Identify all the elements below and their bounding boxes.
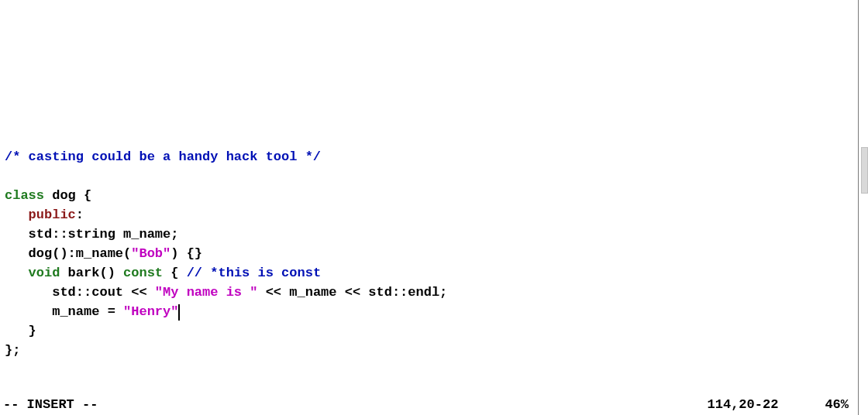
keyword-void: void	[29, 266, 60, 280]
ctor-pre: dog():m_name(	[29, 246, 132, 261]
keyword-const: const	[123, 266, 163, 280]
mode-indicator: -- INSERT --	[3, 397, 98, 412]
comment-line: /* casting could be a handy hack tool */	[5, 149, 321, 164]
string-bob: "Bob"	[131, 246, 170, 261]
class-name: dog {	[44, 188, 91, 203]
text-cursor	[178, 304, 180, 321]
keyword-public: public	[29, 208, 76, 222]
string-henry: "Henry"	[123, 304, 178, 319]
code-area[interactable]: /* casting could be a handy hack tool */…	[0, 128, 858, 360]
cursor-position: 114,20-22	[708, 397, 825, 412]
editor-viewport: /* casting could be a handy hack tool */…	[0, 0, 859, 415]
keyword-class: class	[5, 188, 44, 203]
status-bar: -- INSERT -- 114,20-22 46%	[3, 397, 855, 412]
member-decl: std::string m_name;	[29, 227, 179, 242]
string-myname: "My name is "	[155, 285, 258, 300]
inline-comment: // *this is const	[187, 266, 321, 280]
scroll-percent: 46%	[825, 397, 855, 412]
scrollbar-thumb[interactable]	[861, 147, 868, 194]
